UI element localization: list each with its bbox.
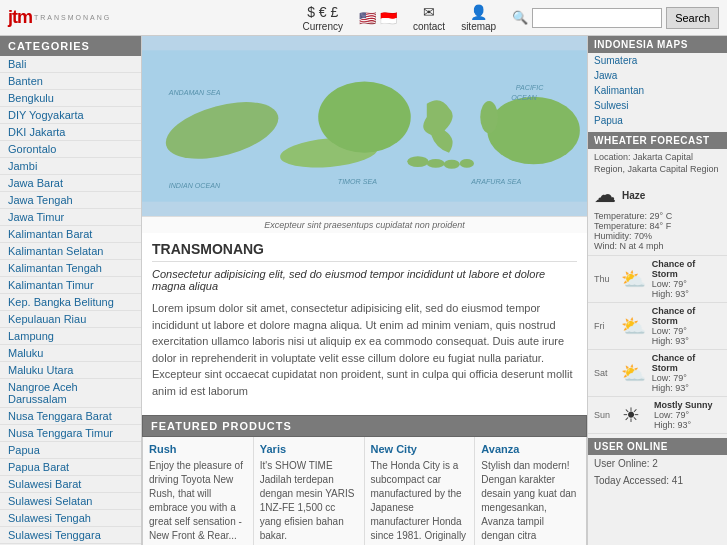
product-desc: Enjoy the pleasure of driving Toyota New… [149,459,247,543]
weather-day-fri: Fri ⛅ Chance of Storm Low: 79° High: 93° [588,303,727,350]
featured-header: FEATURED PRODUCTS [142,415,587,437]
product-name[interactable]: Avanza [481,443,580,455]
weather-day-sat: Sat ⛅ Chance of Storm Low: 79° High: 93° [588,350,727,397]
weather-info: Chance of Storm Low: 79° High: 93° [652,259,721,299]
svg-point-4 [487,97,580,165]
sidebar-item-bengkulu[interactable]: Bengkulu [0,90,141,107]
featured-grid: Rush Enjoy the pleasure of driving Toyot… [142,437,587,545]
featured-section: FEATURED PRODUCTS Rush Enjoy the pleasur… [142,415,587,545]
sidebar-item-sulawesi-tenggara[interactable]: Sulawesi Tenggara [0,527,141,544]
logo-text: jtm [8,7,32,28]
product-name[interactable]: Rush [149,443,247,455]
sidebar-item-banten[interactable]: Banten [0,73,141,90]
search-button[interactable]: Search [666,7,719,29]
weather-icon: ⛅ [621,265,648,293]
map-link-jawa[interactable]: Jawa [588,68,727,83]
day-label: Fri [594,321,621,331]
sidebar-item-sulawesi-tengah[interactable]: Sulawesi Tengah [0,510,141,527]
svg-text:ARAFURA SEA: ARAFURA SEA [470,178,521,186]
map-link-sumatera[interactable]: Sumatera [588,53,727,68]
top-bar: jtm TRANSMONANG $ € £ Currency 🇺🇸 🇮🇩 ✉ c… [0,0,727,36]
weather-day-thu: Thu ⛅ Chance of Storm Low: 79° High: 93° [588,256,727,303]
sidebar-item-papua[interactable]: Papua [0,442,141,459]
day-label: Sat [594,368,621,378]
day-label: Thu [594,274,621,284]
svg-point-5 [407,156,428,167]
weather-icon: ☀ [622,401,650,429]
site-desc: Consectetur adipisicing elit, sed do eiu… [152,268,577,292]
product-col-rush: Rush Enjoy the pleasure of driving Toyot… [143,437,254,545]
currency-icon: $ € £ [307,4,338,20]
current-weather: ☁ Haze Temperature: 29° C Temperature: 8… [588,178,727,256]
map-area: ANDAMAN SEA PACIFIC OCEAN INDIAN OCEAN A… [142,36,587,216]
search-icon: 🔍 [512,10,528,25]
svg-text:TIMOR SEA: TIMOR SEA [338,178,377,186]
map-link-papua[interactable]: Papua [588,113,727,128]
flags-nav[interactable]: 🇺🇸 🇮🇩 [359,10,397,26]
currency-label: Currency [302,21,343,32]
map-link-kalimantan[interactable]: Kalimantan [588,83,727,98]
search-input[interactable] [532,8,662,28]
svg-point-3 [318,82,411,153]
map-link-sulwesi[interactable]: Sulwesi [588,98,727,113]
center-content: ANDAMAN SEA PACIFIC OCEAN INDIAN OCEAN A… [142,36,587,545]
svg-text:ANDAMAN SEA: ANDAMAN SEA [168,89,221,97]
currency-nav[interactable]: $ € £ Currency [302,4,343,32]
weather-day-sun: Sun ☀ Mostly Sunny Low: 79° High: 93° [588,397,727,434]
sidebar-item-maluku[interactable]: Maluku [0,345,141,362]
svg-text:INDIAN OCEAN: INDIAN OCEAN [169,182,221,190]
sidebar-item-nusa-tenggara-timur[interactable]: Nusa Tenggara Timur [0,425,141,442]
product-name[interactable]: New City [371,443,469,455]
sidebar-item-dki-jakarta[interactable]: DKI Jakarta [0,124,141,141]
sidebar-item-nusa-tenggara-barat[interactable]: Nusa Tenggara Barat [0,408,141,425]
sidebar-item-jawa-timur[interactable]: Jawa Timur [0,209,141,226]
contact-label: contact [413,21,445,32]
sidebar-item-kalimantan-tengah[interactable]: Kalimantan Tengah [0,260,141,277]
product-name[interactable]: Yaris [260,443,358,455]
product-desc: Stylish dan modern! Dengan karakter desa… [481,459,580,545]
sitemap-icon: 👤 [470,4,487,20]
sidebar-item-lampung[interactable]: Lampung [0,328,141,345]
product-col-avanza: Avanza Stylish dan modern! Dengan karakt… [475,437,586,545]
sidebar-item-nangroe-aceh-darussalam[interactable]: Nangroe Aceh Darussalam [0,379,141,408]
indonesia-map: ANDAMAN SEA PACIFIC OCEAN INDIAN OCEAN A… [142,41,587,211]
product-desc: It's SHOW TIME Jadilah terdepan dengan m… [260,459,358,543]
sidebar-item-maluku-utara[interactable]: Maluku Utara [0,362,141,379]
current-weather-label: Haze [622,190,645,201]
wind: Wind: N at 4 mph [594,241,721,251]
user-count: User Online: 2 [588,455,727,472]
sidebar-item-diy-yogyakarta[interactable]: DIY Yogyakarta [0,107,141,124]
sidebar-item-kalimantan-selatan[interactable]: Kalimantan Selatan [0,243,141,260]
right-sidebar: INDONESIA MAPS SumateraJawaKalimantanSul… [587,36,727,545]
logo-area: jtm TRANSMONANG [8,7,111,28]
sidebar-item-kalimantan-timur[interactable]: Kalimantan Timur [0,277,141,294]
sidebar-item-bali[interactable]: Bali [0,56,141,73]
current-weather-icon: ☁ [594,182,616,208]
sidebar-item-jambi[interactable]: Jambi [0,158,141,175]
contact-nav[interactable]: ✉ contact [413,4,445,32]
sidebar-item-sulawesi-barat[interactable]: Sulawesi Barat [0,476,141,493]
sitemap-label: sitemap [461,21,496,32]
top-nav: $ € £ Currency 🇺🇸 🇮🇩 ✉ contact 👤 sitemap… [302,4,719,32]
site-title: TRANSMONANG [152,241,577,262]
product-col-new-city: New City The Honda City is a subcompact … [365,437,476,545]
logo-sub: TRANSMONANG [34,14,111,21]
main-layout: CATEGORIES BaliBantenBengkuluDIY Yogyaka… [0,36,727,545]
contact-icon: ✉ [423,4,435,20]
sidebar-item-sulawesi-selatan[interactable]: Sulawesi Selatan [0,493,141,510]
sidebar-item-kalimantan-barat[interactable]: Kalimantan Barat [0,226,141,243]
map-caption: Excepteur sint praesentups cupidatat non… [142,216,587,233]
sitemap-nav[interactable]: 👤 sitemap [461,4,496,32]
svg-point-8 [460,159,474,168]
sidebar-item-jawa-barat[interactable]: Jawa Barat [0,175,141,192]
site-body: Lorem ipsum dolor sit amet, consectetur … [152,300,577,399]
sidebar-item-kep.-bangka-belitung[interactable]: Kep. Bangka Belitung [0,294,141,311]
sidebar-item-jawa-tengah[interactable]: Jawa Tengah [0,192,141,209]
product-col-yaris: Yaris It's SHOW TIME Jadilah terdepan de… [254,437,365,545]
weather-header: WHEATER FORECAST [588,132,727,149]
sidebar-item-gorontalo[interactable]: Gorontalo [0,141,141,158]
sidebar-item-kepulauan-riau[interactable]: Kepulauan Riau [0,311,141,328]
weather-days: Thu ⛅ Chance of Storm Low: 79° High: 93°… [588,256,727,434]
sidebar-item-papua-barat[interactable]: Papua Barat [0,459,141,476]
temp-f: Temperature: 84° F [594,221,721,231]
